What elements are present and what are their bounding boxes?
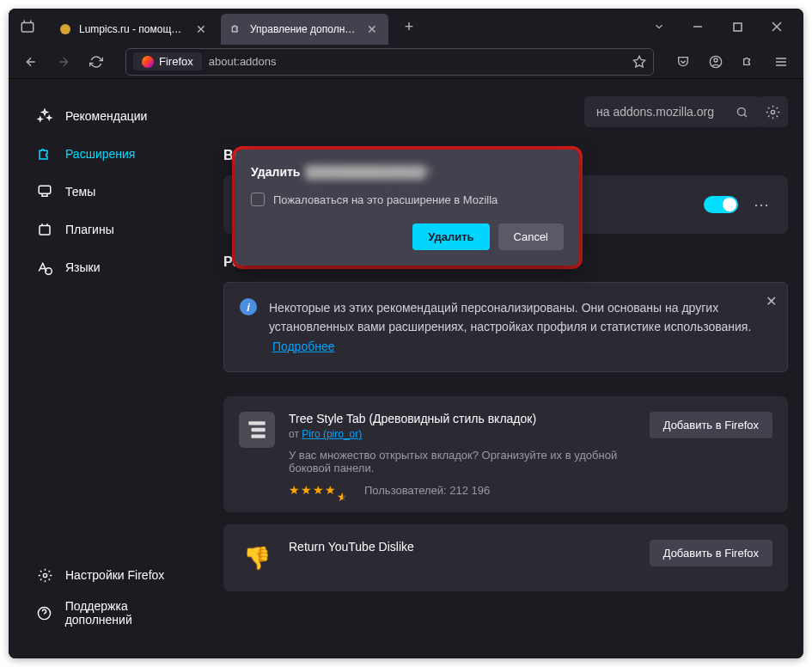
svg-rect-0 [21,23,34,33]
svg-rect-13 [40,226,50,236]
forward-button[interactable] [50,48,77,76]
svg-rect-12 [39,186,51,193]
account-icon[interactable] [702,48,730,76]
cancel-button[interactable]: Cancel [498,223,564,250]
sidebar-item-label: Поддержка дополнений [65,599,196,627]
user-count: Пользователей: 212 196 [364,484,490,497]
sidebar-item-extensions[interactable]: Расширения [17,136,215,172]
plugin-icon [36,221,53,238]
sidebar-item-label: Расширения [65,147,135,161]
sidebar-item-addon-support[interactable]: Поддержка дополнений [17,595,215,631]
star-rating: ★★★★★★ [289,483,349,497]
dialog-title: Удалить ██████████████? [251,165,564,179]
svg-rect-19 [248,421,266,425]
info-icon: i [240,298,257,315]
info-learn-more-link[interactable]: Подробнее [272,340,335,353]
svg-point-1 [60,24,70,34]
urlbar-path: about:addons [209,55,626,68]
language-icon [36,259,53,276]
sidebar-item-firefox-settings[interactable]: Настройки Firefox [17,557,215,593]
sidebar-item-languages[interactable]: Языки [17,249,215,285]
sidebar: Рекомендации Расширения Темы Плагины Язы… [9,79,223,658]
maximize-button[interactable] [717,13,757,40]
tab-addons[interactable]: Управление дополнениями ✕ [221,14,388,45]
search-placeholder: на addons.mozilla.org [596,105,714,119]
recommendation-card-treestyletab: Tree Style Tab (Древовидный стиль вкладо… [223,396,788,512]
puzzle-icon [36,145,53,162]
close-icon[interactable]: ✕ [193,21,209,37]
sidebar-item-plugins[interactable]: Плагины [17,211,215,248]
urlbar-identity: Firefox [133,52,202,70]
sparkle-icon [36,107,53,125]
menu-icon[interactable] [767,48,795,76]
url-bar[interactable]: Firefox about:addons [125,48,654,76]
toolbar: Firefox about:addons [9,45,803,79]
svg-point-15 [43,573,46,577]
svg-marker-6 [633,56,644,67]
recommendation-author: от Piro (piro_or) [289,428,636,440]
remove-dialog: Удалить ██████████████? Пожаловаться на … [232,146,583,269]
svg-rect-20 [252,428,266,431]
back-button[interactable] [17,48,45,76]
brush-icon [36,183,53,200]
gear-icon [36,566,53,584]
search-icon [736,106,748,119]
add-to-firefox-button[interactable]: Добавить в Firefox [650,412,772,438]
recommendation-card-youtube-dislike: 👎 Return YouTube Dislike Добавить в Fire… [223,524,788,591]
sidebar-item-recommendations[interactable]: Рекомендации [17,98,215,134]
svg-rect-21 [252,435,266,438]
new-tab-button[interactable]: + [397,15,421,39]
sidebar-item-themes[interactable]: Темы [17,174,215,210]
confirm-remove-button[interactable]: Удалить [412,223,489,250]
titlebar: Lumpics.ru - помощь с компь ✕ Управление… [9,9,803,45]
recent-tabs-icon[interactable] [15,15,40,39]
search-addons-input[interactable]: на addons.mozilla.org [584,96,760,127]
recommendation-desc: У вас множество открытых вкладок? Органи… [289,449,636,474]
favicon-icon [58,22,72,36]
sidebar-item-label: Рекомендации [65,109,147,123]
svg-point-8 [714,58,717,62]
addons-settings-button[interactable] [757,96,788,127]
tab-title: Lumpics.ru - помощь с компь [79,23,186,35]
extension-toggle[interactable] [704,196,738,213]
sidebar-item-label: Темы [65,185,95,199]
reload-button[interactable] [82,48,110,76]
report-checkbox[interactable] [251,193,265,206]
close-icon[interactable]: ✕ [364,21,380,37]
close-window-button[interactable] [757,13,797,40]
addon-icon: 👎 [239,540,275,576]
sidebar-item-label: Языки [65,260,101,274]
recommendation-title: Return YouTube Dislike [289,540,636,554]
tabs-dropdown-button[interactable] [644,13,675,40]
firefox-logo-icon [142,56,154,68]
add-to-firefox-button[interactable]: Добавить в Firefox [650,540,772,566]
info-banner-text: Некоторые из этих рекомендаций персонали… [269,298,772,356]
addon-icon [239,412,275,448]
extension-menu-button[interactable]: ⋯ [750,192,774,217]
svg-rect-3 [734,23,742,31]
svg-point-17 [771,110,774,113]
bookmark-star-icon[interactable] [632,55,646,69]
sidebar-item-label: Настройки Firefox [65,568,164,582]
checkbox-label: Пожаловаться на это расширение в Mozilla [273,193,498,206]
recommendation-title: Tree Style Tab (Древовидный стиль вкладо… [289,412,636,425]
author-link[interactable]: Piro (piro_or) [302,428,362,440]
extensions-icon[interactable] [735,48,762,76]
info-banner: i Некоторые из этих рекомендаций персона… [223,282,788,372]
minimize-button[interactable] [678,13,717,40]
tab-lumpics[interactable]: Lumpics.ru - помощь с компь ✕ [50,14,217,45]
help-icon [36,604,53,621]
puzzle-icon [229,22,243,36]
svg-point-18 [738,107,746,115]
pocket-icon[interactable] [669,48,697,76]
close-icon[interactable]: ✕ [766,293,777,309]
urlbar-prefix-text: Firefox [159,55,193,68]
sidebar-item-label: Плагины [65,223,114,236]
tab-title: Управление дополнениями [250,23,357,35]
